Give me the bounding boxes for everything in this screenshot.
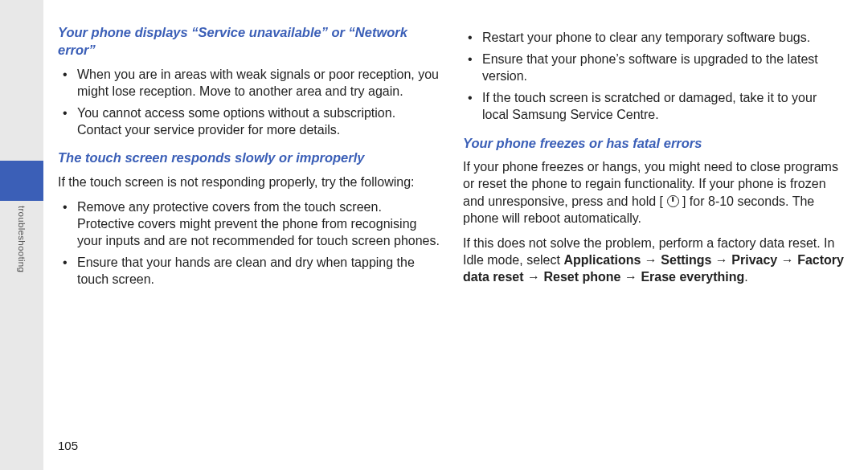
right-column: Restart your phone to clear any temporar… xyxy=(463,24,845,296)
side-tab-text: troubleshooting xyxy=(17,206,27,272)
paragraph-text: . xyxy=(744,270,747,284)
list-item: Remove any protective covers from the to… xyxy=(58,198,440,249)
side-tab-label: troubleshooting xyxy=(0,206,43,302)
heading-phone-freezes: Your phone freezes or has fatal errors xyxy=(463,135,845,153)
list-item: If the touch screen is scratched or dama… xyxy=(463,89,845,123)
list-item: Restart your phone to clear any temporar… xyxy=(463,29,845,46)
left-column: Your phone displays “Service unavailable… xyxy=(58,24,440,296)
list-item: Ensure that your hands are clean and dry… xyxy=(58,254,440,288)
paragraph: If the touch screen is not responding pr… xyxy=(58,174,440,190)
list-item: Ensure that your phone’s software is upg… xyxy=(463,51,845,84)
bullet-list: Restart your phone to clear any temporar… xyxy=(463,29,845,124)
columns: Your phone displays “Service unavailable… xyxy=(58,24,845,296)
paragraph: If your phone freezes or hangs, you migh… xyxy=(463,158,845,226)
page-number: 105 xyxy=(58,439,78,452)
bullet-list: When you are in areas with weak signals … xyxy=(58,66,440,138)
side-tab-strip: troubleshooting xyxy=(0,0,43,470)
paragraph: If this does not solve the problem, perf… xyxy=(463,235,845,285)
power-icon xyxy=(667,195,679,207)
content-area: Your phone displays “Service unavailable… xyxy=(58,24,845,451)
heading-service-unavailable: Your phone displays “Service unavailable… xyxy=(58,24,440,59)
list-item: When you are in areas with weak signals … xyxy=(58,66,440,100)
page: troubleshooting Your phone displays “Ser… xyxy=(0,0,868,470)
side-tab-accent xyxy=(0,161,43,201)
list-item: You cannot access some options without a… xyxy=(58,104,440,138)
heading-touch-screen-slow: The touch screen responds slowly or impr… xyxy=(58,149,440,167)
bullet-list: Remove any protective covers from the to… xyxy=(58,198,440,288)
